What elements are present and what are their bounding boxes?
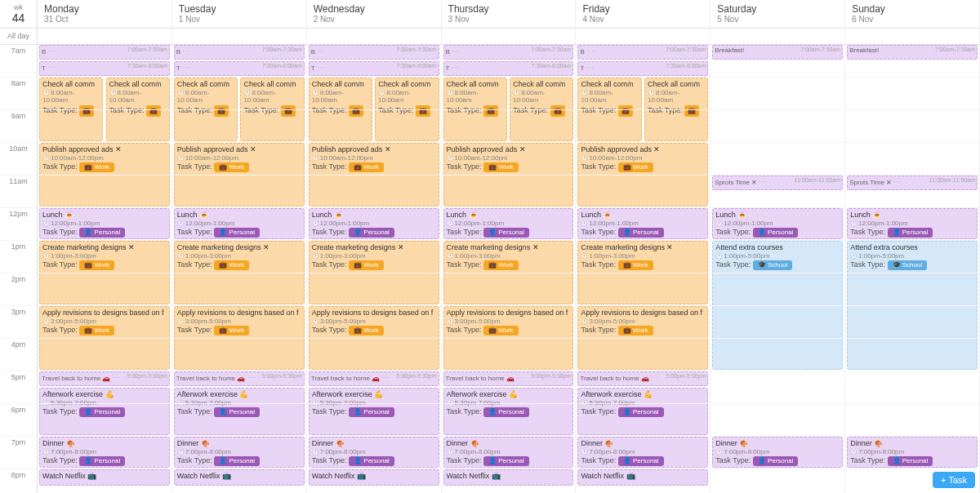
allday-row: All day — [0, 29, 980, 45]
allday-cell[interactable] — [307, 29, 442, 44]
hour-label: 9am — [0, 110, 37, 143]
hour-label: 2pm — [0, 273, 37, 306]
hour-label: 6pm — [0, 404, 37, 437]
day-column-tue[interactable]: B ⋯7:00am-7:30am B ⋯7:00am-7:30am T ⋯7:3… — [172, 45, 307, 493]
day-column-thu[interactable]: B ⋯7:00am-7:30am B ⋯7:00am-7:30am T ⋯7:3… — [442, 45, 577, 493]
calendar-body: 7am 8am 9am 10am 11am 12pm 1pm 2pm 3pm 4… — [0, 45, 980, 493]
hour-label: 11am — [0, 175, 37, 208]
add-task-button[interactable]: Task — [933, 472, 975, 488]
hour-label: 8pm — [0, 469, 37, 493]
day-header-tue[interactable]: Tuesday1 Nov — [172, 0, 307, 28]
day-column-wed[interactable]: B ⋯7:00am-7:30am B ⋯7:00am-7:30am T ⋯7:3… — [307, 45, 442, 493]
allday-cell[interactable] — [710, 29, 845, 44]
hour-label: 4pm — [0, 339, 37, 371]
hour-label: 1pm — [0, 241, 37, 273]
allday-cell[interactable] — [442, 29, 577, 44]
hour-label: 7am — [0, 45, 37, 78]
day-header-sat[interactable]: Saturday5 Nov — [710, 0, 845, 28]
allday-cell[interactable] — [845, 29, 980, 44]
allday-cell[interactable] — [38, 29, 172, 44]
hour-label: 5pm — [0, 371, 37, 404]
hour-label: 8am — [0, 78, 37, 110]
week-number-cell: wk 44 — [0, 0, 38, 28]
day-header-mon[interactable]: Monday31 Oct — [38, 0, 172, 28]
allday-cell[interactable] — [172, 29, 307, 44]
hour-label: 12pm — [0, 208, 37, 241]
day-column-fri[interactable]: B ⋯7:00am-7:30am B ⋯7:00am-7:30am T ⋯7:3… — [576, 45, 710, 493]
hour-label: 7pm — [0, 437, 37, 469]
calendar-week-view: wk 44 Monday31 Oct Tuesday1 Nov Wednesda… — [0, 0, 980, 493]
hour-label: 10am — [0, 143, 37, 175]
day-header-sun[interactable]: Sunday6 Nov — [845, 0, 980, 28]
week-number: 44 — [12, 11, 25, 24]
day-header-wed[interactable]: Wednesday2 Nov — [307, 0, 442, 28]
allday-cell[interactable] — [576, 29, 710, 44]
day-column-mon[interactable]: B ⋯7:00am-7:30am B ⋯7:00am-7:30am T ⋯7:3… — [38, 45, 172, 493]
allday-label: All day — [0, 29, 38, 44]
day-column-sun[interactable]: Breakfast!7:00am-7:30am Sprots Time ✕ ⋯1… — [845, 45, 980, 493]
time-column: 7am 8am 9am 10am 11am 12pm 1pm 2pm 3pm 4… — [0, 45, 38, 493]
week-label: wk — [14, 3, 23, 11]
day-header-thu[interactable]: Thursday3 Nov — [442, 0, 577, 28]
day-column-sat[interactable]: Breakfast!7:00am-7:30am Sprots Time ✕ ⋯1… — [710, 45, 845, 493]
day-header-row: wk 44 Monday31 Oct Tuesday1 Nov Wednesda… — [0, 0, 980, 29]
day-header-fri[interactable]: Friday4 Nov — [576, 0, 710, 28]
hour-label: 3pm — [0, 306, 37, 339]
